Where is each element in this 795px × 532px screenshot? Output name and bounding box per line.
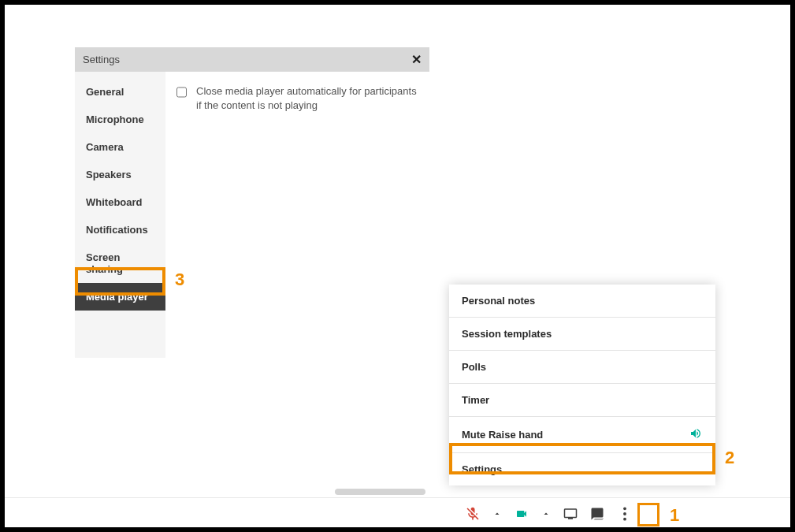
divider <box>5 497 790 498</box>
settings-header: Settings ✕ <box>75 47 429 72</box>
menu-item-label: Timer <box>462 394 489 406</box>
chevron-up-icon[interactable] <box>541 506 552 522</box>
camera-icon[interactable] <box>514 506 529 522</box>
menu-item-label: Mute Raise hand <box>462 429 543 441</box>
bottom-toolbar <box>465 504 633 524</box>
settings-tab-general[interactable]: General <box>75 78 165 106</box>
menu-item-label: Session templates <box>462 328 552 340</box>
settings-tab-camera[interactable]: Camera <box>75 133 165 161</box>
more-menu: Personal notes Session templates Polls T… <box>449 285 715 485</box>
menu-item-mute-raise-hand[interactable]: Mute Raise hand <box>449 416 715 452</box>
menu-item-label: Settings <box>462 463 502 475</box>
auto-close-checkbox[interactable] <box>176 87 187 98</box>
svg-point-0 <box>623 507 626 510</box>
menu-item-session-templates[interactable]: Session templates <box>449 317 715 350</box>
close-icon[interactable]: ✕ <box>411 52 422 67</box>
menu-item-label: Polls <box>462 361 486 373</box>
callout-2: 2 <box>725 448 734 468</box>
menu-item-personal-notes[interactable]: Personal notes <box>449 285 715 317</box>
chevron-up-icon[interactable] <box>492 506 503 522</box>
settings-panel: Settings ✕ General Microphone Camera Spe… <box>75 47 429 347</box>
sound-icon <box>689 427 703 442</box>
svg-point-1 <box>623 512 626 515</box>
screen-share-icon[interactable] <box>563 506 578 522</box>
settings-title: Settings <box>83 54 120 65</box>
auto-close-label: Close media player automatically for par… <box>196 84 418 113</box>
scroll-indicator[interactable] <box>335 489 425 495</box>
settings-tab-whiteboard[interactable]: Whiteboard <box>75 188 165 216</box>
chat-icon[interactable] <box>589 506 605 522</box>
menu-item-timer[interactable]: Timer <box>449 383 715 416</box>
settings-sidebar: General Microphone Camera Speakers White… <box>75 72 165 358</box>
settings-tab-speakers[interactable]: Speakers <box>75 161 165 188</box>
callout-3: 3 <box>175 270 184 290</box>
menu-item-settings[interactable]: Settings <box>449 452 715 485</box>
menu-item-label: Personal notes <box>462 295 535 307</box>
mic-muted-icon[interactable] <box>465 506 481 522</box>
settings-content: Close media player automatically for par… <box>165 72 429 358</box>
svg-point-2 <box>623 518 626 521</box>
more-icon[interactable] <box>616 504 633 524</box>
settings-tab-microphone[interactable]: Microphone <box>75 106 165 133</box>
settings-tab-media-player[interactable]: Media player <box>75 283 165 311</box>
callout-1: 1 <box>670 505 679 526</box>
settings-tab-screen-sharing[interactable]: Screen sharing <box>75 244 165 283</box>
settings-tab-notifications[interactable]: Notifications <box>75 216 165 244</box>
menu-item-polls[interactable]: Polls <box>449 350 715 383</box>
settings-body: General Microphone Camera Speakers White… <box>75 72 429 358</box>
